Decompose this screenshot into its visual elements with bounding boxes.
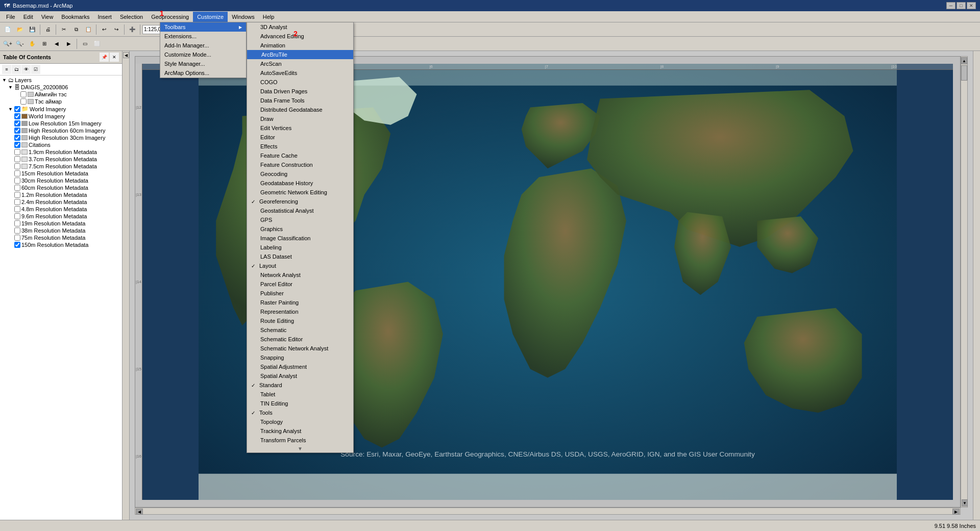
menu-windows[interactable]: Windows: [228, 12, 259, 22]
toolbar-image-class[interactable]: Image Classification: [247, 234, 353, 243]
toc-layers-root[interactable]: ▼ 🗂 Layers: [1, 77, 121, 84]
list-item[interactable]: 1.9cm Resolution Metadata: [13, 148, 121, 156]
layer-checkbox[interactable]: [20, 91, 27, 97]
toolbars-submenu[interactable]: 3D Analyst Advanced Editing Animation Ar…: [247, 22, 354, 453]
layer-checkbox[interactable]: [14, 170, 20, 176]
list-item[interactable]: 30cm Resolution Metadata: [13, 177, 121, 184]
layer-checkbox[interactable]: [14, 206, 20, 212]
clear-selection-btn[interactable]: ⬜: [91, 38, 103, 49]
toolbar-feature-cache[interactable]: Feature Cache: [247, 151, 353, 160]
toolbar-arcscan[interactable]: ArcScan: [247, 59, 353, 68]
toolbar-autosaveedits[interactable]: AutoSaveEdits: [247, 68, 353, 78]
toolbar-network-analyst[interactable]: Network Analyst: [247, 270, 353, 280]
toolbar-geocoding[interactable]: Geocoding: [247, 169, 353, 179]
toolbar-spatial-adjustment[interactable]: Spatial Adjustment: [247, 362, 353, 371]
toolbar-editor[interactable]: Editor: [247, 133, 353, 142]
prev-extent-btn[interactable]: ◀: [51, 38, 62, 49]
list-item[interactable]: Аймгийн тэс: [13, 91, 121, 98]
toolbar-route-editing[interactable]: Route Editing: [247, 316, 353, 325]
layer-checkbox[interactable]: [20, 98, 27, 105]
save-btn[interactable]: 💾: [27, 24, 38, 35]
list-item[interactable]: 150m Resolution Metadata: [13, 241, 121, 248]
scrollbar-horizontal[interactable]: ◀ ▶: [135, 508, 961, 515]
customize-options-item[interactable]: ArcMap Options...: [160, 68, 246, 78]
toolbar-parcel-editor[interactable]: Parcel Editor: [247, 280, 353, 289]
menu-bookmarks[interactable]: Bookmarks: [57, 12, 93, 22]
toolbar-graphics[interactable]: Graphics: [247, 224, 353, 234]
menu-edit[interactable]: Edit: [19, 12, 37, 22]
scroll-down-btn[interactable]: ▼: [962, 499, 968, 507]
toc-database-group[interactable]: ▼ 🗄 DA\GIS_20200806: [7, 84, 121, 91]
toolbar-geostatistical[interactable]: Geostatistical Analyst: [247, 206, 353, 215]
toolbar-representation[interactable]: Representation: [247, 307, 353, 316]
toolbar-publisher[interactable]: Publisher: [247, 289, 353, 298]
customize-addin-item[interactable]: Add-In Manager...: [160, 41, 246, 50]
toolbar-transform-parcels[interactable]: Transform Parcels: [247, 436, 353, 445]
customize-dropdown[interactable]: Toolbars ▶ Extensions... Add-In Manager.…: [160, 22, 247, 78]
tool-btn[interactable]: ◀: [123, 52, 129, 58]
menu-insert[interactable]: Insert: [93, 12, 116, 22]
list-item[interactable]: 15cm Resolution Metadata: [13, 170, 121, 177]
list-item[interactable]: 7.5cm Resolution Metadata: [13, 163, 121, 170]
menu-geoprocessing[interactable]: Geoprocessing: [147, 12, 193, 22]
toolbar-tablet[interactable]: Tablet: [247, 390, 353, 399]
paste-btn[interactable]: 📋: [83, 24, 94, 35]
toolbar-data-driven[interactable]: Data Driven Pages: [247, 87, 353, 96]
layer-checkbox[interactable]: [14, 135, 20, 141]
list-item[interactable]: 3.7cm Resolution Metadata: [13, 156, 121, 163]
open-btn[interactable]: 📂: [14, 24, 26, 35]
toc-list-by-source[interactable]: 🗂: [12, 65, 21, 74]
list-item[interactable]: 9.6m Resolution Metadata: [13, 213, 121, 220]
toc-close-btn[interactable]: ✕: [110, 53, 119, 62]
layer-checkbox[interactable]: [14, 220, 20, 226]
maximize-button[interactable]: □: [957, 2, 966, 9]
toolbar-data-frame[interactable]: Data Frame Tools: [247, 96, 353, 105]
toolbar-schematic-editor[interactable]: Schematic Editor: [247, 335, 353, 344]
toolbar-advanced-editing[interactable]: Advanced Editing: [247, 32, 353, 41]
toolbar-geometric-network[interactable]: Geometric Network Editing: [247, 188, 353, 197]
toolbar-standard[interactable]: Standard: [247, 381, 353, 390]
toolbar-tracking-analyst[interactable]: Tracking Analyst: [247, 426, 353, 436]
list-item[interactable]: High Resolution 60cm Imagery: [13, 127, 121, 134]
list-item[interactable]: 19m Resolution Metadata: [13, 220, 121, 227]
layer-checkbox[interactable]: [14, 242, 20, 248]
layer-checkbox[interactable]: [14, 113, 20, 119]
minimize-button[interactable]: ─: [946, 2, 955, 9]
next-extent-btn[interactable]: ▶: [63, 38, 75, 49]
customize-toolbars-item[interactable]: Toolbars ▶: [160, 22, 246, 32]
toolbar-draw[interactable]: Draw: [247, 114, 353, 123]
cut-btn[interactable]: ✂: [58, 24, 69, 35]
close-button[interactable]: ✕: [967, 2, 976, 9]
scroll-more-indicator[interactable]: ▼: [247, 445, 353, 452]
customize-style-item[interactable]: Style Manager...: [160, 59, 246, 68]
select-features-btn[interactable]: ▭: [79, 38, 90, 49]
layer-checkbox[interactable]: [14, 185, 20, 191]
menu-customize[interactable]: Customize: [193, 12, 228, 22]
layer-checkbox[interactable]: [14, 213, 20, 219]
toolbar-schematic-network[interactable]: Schematic Network Analyst: [247, 344, 353, 353]
zoom-in-btn[interactable]: 🔍+: [2, 38, 13, 49]
toc-dock-btn[interactable]: 📌: [100, 53, 109, 62]
toolbar-topology[interactable]: Topology: [247, 417, 353, 426]
layer-checkbox[interactable]: [14, 149, 20, 155]
toc-list-by-selection[interactable]: ☑: [31, 65, 40, 74]
toolbar-animation[interactable]: Animation: [247, 41, 353, 50]
list-item[interactable]: 75m Resolution Metadata: [13, 234, 121, 241]
layer-checkbox[interactable]: [14, 163, 20, 169]
toolbar-tools[interactable]: Tools: [247, 408, 353, 417]
toc-world-imagery-group[interactable]: ▼ 📁 World Imagery: [7, 105, 121, 113]
toolbar-distributed-geo[interactable]: Distributed Geodatabase: [247, 105, 353, 114]
print-btn[interactable]: 🖨: [42, 24, 54, 35]
layer-checkbox[interactable]: [14, 106, 20, 112]
pan-btn[interactable]: ✋: [27, 38, 38, 49]
toc-list-by-visibility[interactable]: 👁: [21, 65, 31, 74]
menu-file[interactable]: File: [2, 12, 19, 22]
new-btn[interactable]: 📄: [2, 24, 13, 35]
undo-btn[interactable]: ↩: [99, 24, 110, 35]
layer-checkbox[interactable]: [14, 235, 20, 241]
scroll-left-btn[interactable]: ◀: [136, 509, 143, 515]
list-item[interactable]: Low Resolution 15m Imagery: [13, 120, 121, 127]
list-item[interactable]: Citations: [13, 141, 121, 148]
toolbar-arcbrutile[interactable]: ArcBruTile: [247, 50, 353, 59]
toolbar-las-dataset[interactable]: LAS Dataset: [247, 252, 353, 261]
